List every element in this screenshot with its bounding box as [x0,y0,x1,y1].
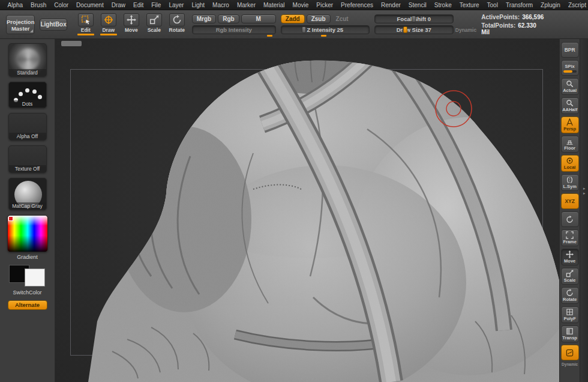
transform-mode-group: Edit Draw Move Scale Rotate [76,13,187,35]
menu-texture[interactable]: Texture [455,2,483,8]
menu-material[interactable]: Material [260,2,289,8]
xyz-label: XYZ [565,198,575,204]
secondary-color-swatch[interactable] [25,268,45,286]
m-button[interactable]: M [241,14,276,23]
persp-label: Persp [563,126,576,132]
frame-button[interactable]: Frame [561,229,579,246]
rotate-mode-button[interactable]: Rotate [167,13,187,35]
scale-label: Scale [148,27,161,33]
alternate-button[interactable]: Alternate [8,300,47,310]
transparency-icon [566,327,574,335]
menu-render[interactable]: Render [377,2,405,8]
spix-slider[interactable]: SPix [561,60,579,76]
bpr-button[interactable]: BPR [561,42,579,58]
z-intensity-marker[interactable] [321,35,326,37]
scroll-up-down-icon[interactable]: ▲▼ [305,375,310,382]
draw-size-handle[interactable] [403,26,407,33]
menu-transform[interactable]: Transform [502,2,536,8]
color-picker[interactable] [7,215,48,252]
menu-movie[interactable]: Movie [289,2,313,8]
current-alpha-thumbnail[interactable]: Alpha Off [8,113,47,141]
document-canvas[interactable]: ◄ ▲▼ ► [55,39,559,382]
edit-mode-button[interactable]: Edit [76,13,96,35]
menu-stroke[interactable]: Stroke [430,2,455,8]
z-intensity-handle[interactable] [302,26,306,33]
stroke-dot [19,92,23,96]
scale-mode-button[interactable]: Scale [144,13,164,35]
menu-picker[interactable]: Picker [313,2,337,8]
tray-open-arrows[interactable]: ▸▸ [583,186,586,196]
zcut-button[interactable]: Zcut [332,16,352,22]
menu-edit[interactable]: Edit [130,2,148,8]
right-tray-divider[interactable]: ▸▸ [580,39,588,382]
mrgb-button[interactable]: Mrgb [192,14,216,23]
floor-button[interactable]: Floor [561,136,579,153]
rgb-intensity-slider[interactable]: Rgb Intensity [192,25,276,34]
lightbox-button[interactable]: LightBox [40,19,67,31]
spix-fill [563,70,572,73]
switch-color-widget[interactable] [9,265,46,288]
dynamic-mode-icon [566,349,574,357]
polyframe-button[interactable]: PolyF [561,306,579,323]
spix-track[interactable] [563,70,577,73]
zsub-button[interactable]: Zsub [307,14,331,23]
actual-size-button[interactable]: Actual [561,78,579,95]
rgb-intensity-handle[interactable] [267,35,272,37]
lsym-label: L.Sym [563,184,577,189]
xyz-button[interactable]: XYZ [561,193,579,209]
menu-color[interactable]: Color [50,2,73,8]
zadd-button[interactable]: Zadd [281,14,305,23]
local-button[interactable]: Local [561,155,579,172]
edit-label: Edit [81,27,91,33]
canvas-move-button[interactable]: Move [561,249,579,265]
rgb-button[interactable]: Rgb [218,14,239,23]
menu-draw[interactable]: Draw [107,2,129,8]
canvas-bottom-scroll[interactable]: ◄ ▲▼ ► [55,375,559,382]
move-mode-button[interactable]: Move [121,13,142,35]
focal-shift-handle[interactable] [412,16,416,22]
current-brush-thumbnail[interactable]: Standard [8,43,47,77]
focal-shift-slider[interactable]: Focal Shift 0 [374,14,454,23]
canvas-scale-button[interactable]: Scale [561,268,579,285]
menu-zscript[interactable]: Zscript [564,2,588,8]
menu-marker[interactable]: Marker [233,2,259,8]
menu-tool[interactable]: Tool [483,2,502,8]
canvas-rotate-button[interactable]: Rotate [561,287,579,304]
draw-mode-button[interactable]: Draw [98,13,119,35]
scroll-left-icon[interactable]: ◄ [299,377,304,381]
current-texture-thumbnail[interactable]: Texture Off [8,145,47,173]
edit-icon [78,13,94,26]
stroke-name-label: Dots [9,100,46,108]
persp-button[interactable]: Persp [561,117,579,133]
aahalf-button[interactable]: AAHalf [561,97,579,114]
menu-macro[interactable]: Macro [209,2,233,8]
menu-zplugin[interactable]: Zplugin [537,2,565,8]
lsym-button[interactable]: L.Sym [561,174,579,191]
menu-preferences[interactable]: Preferences [337,2,377,8]
menu-layer[interactable]: Layer [165,2,188,8]
brush-name-label: Standard [9,69,46,76]
z-intensity-slider[interactable]: Z Intensity 25 [281,25,370,34]
menu-light[interactable]: Light [188,2,209,8]
current-stroke-thumbnail[interactable]: Dots [8,82,47,108]
transparency-button[interactable]: Transp [561,326,579,342]
draw-size-slider[interactable]: Draw Size 37 [374,25,454,34]
menu-brush[interactable]: Brush [27,2,50,8]
perspective-icon [566,118,574,126]
canvas-spin-button[interactable] [561,211,579,227]
color-picker-marker [8,216,13,221]
points-stats: ActivePoints:366,596 TotalPoints:62.330 … [481,14,588,35]
menu-file[interactable]: File [148,2,165,8]
menu-document[interactable]: Document [73,2,108,8]
paint-group: Mrgb Rgb M Rgb Intensity [192,14,276,34]
dynamic-tiny-label[interactable]: Dynamic [562,362,578,366]
stroke-dot [32,89,37,94]
dynamic-mode-button[interactable] [561,345,579,360]
scroll-right-icon[interactable]: ► [311,377,315,381]
dynamic-toggle[interactable]: Dynamic [455,27,476,33]
projection-master-button[interactable]: Projection Master [6,15,35,34]
left-shelf: Standard Dots Alpha Off Texture Off MatC… [0,39,55,382]
menu-stencil[interactable]: Stencil [404,2,430,8]
menu-alpha[interactable]: Alpha [4,2,27,8]
current-material-thumbnail[interactable]: MatCap Gray [8,178,47,210]
